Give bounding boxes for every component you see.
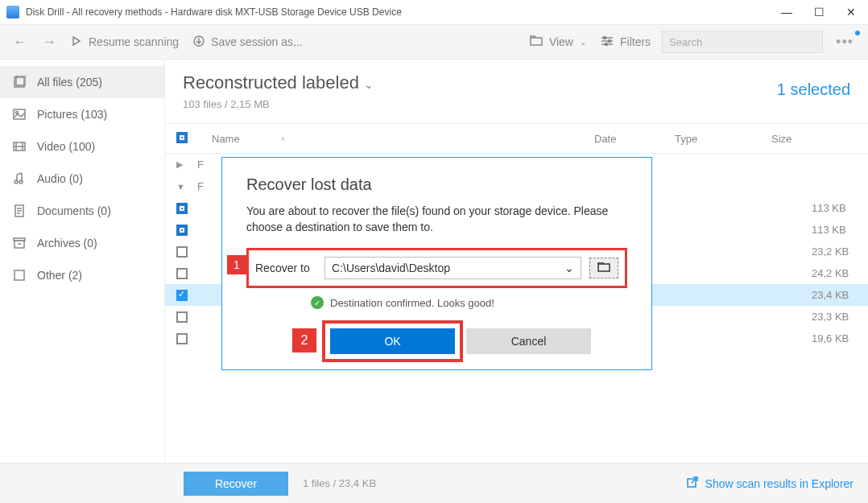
annotation-box-2: 2 OK <box>322 320 463 362</box>
sliders-icon <box>601 35 614 49</box>
sort-asc-icon: ∧ <box>280 134 286 142</box>
search-input[interactable]: Search <box>662 31 823 53</box>
recover-dialog: Recover lost data You are about to recov… <box>221 157 652 370</box>
maximize-button[interactable]: ☐ <box>808 2 829 23</box>
close-button[interactable]: ✕ <box>841 2 862 23</box>
audio-icon <box>13 172 26 185</box>
sidebar-item-video[interactable]: Video (100) <box>0 130 164 163</box>
annotation-1: 1 <box>227 255 246 274</box>
download-icon <box>193 35 205 49</box>
recover-to-label: Recover to <box>255 262 316 274</box>
sidebar-item-archives[interactable]: Archives (0) <box>0 227 164 259</box>
toolbar: ← → Resume scanning Save session as... V… <box>0 24 868 60</box>
col-type[interactable]: Type <box>675 133 771 145</box>
table-header: Name∧ Date Type Size <box>165 123 868 154</box>
more-menu[interactable]: ••• <box>831 31 858 54</box>
svg-rect-1 <box>531 38 542 45</box>
view-subtitle: 103 files / 2,15 MB <box>183 98 850 110</box>
sidebar-item-pictures[interactable]: Pictures (103) <box>0 98 164 130</box>
nav-back[interactable]: ← <box>10 31 31 54</box>
view-title[interactable]: Reconstructed labeled⌄ <box>183 72 850 93</box>
row-checkbox[interactable] <box>176 311 188 323</box>
select-all-checkbox[interactable] <box>176 132 188 143</box>
titlebar: Disk Drill - All recovery methods - Hard… <box>0 0 868 24</box>
view-menu[interactable]: View ⌄ <box>527 32 589 52</box>
svg-rect-15 <box>14 270 24 280</box>
col-name[interactable]: Name∧ <box>212 133 594 145</box>
show-in-explorer-link[interactable]: Show scan results in Explorer <box>686 476 854 491</box>
ok-button[interactable]: OK <box>330 328 455 354</box>
minimize-button[interactable]: — <box>776 2 797 23</box>
sidebar-item-other[interactable]: Other (2) <box>0 259 164 291</box>
svg-point-11 <box>19 180 23 183</box>
sidebar-item-audio[interactable]: Audio (0) <box>0 163 164 195</box>
col-date[interactable]: Date <box>594 133 675 145</box>
video-icon <box>13 140 26 153</box>
archive-icon <box>13 237 26 249</box>
sidebar-item-all-files[interactable]: All files (205) <box>0 66 164 98</box>
check-icon: ✓ <box>311 296 324 309</box>
chevron-down-icon: ⌄ <box>364 78 374 91</box>
svg-point-3 <box>608 39 610 42</box>
footer-info: 1 files / 23,4 KB <box>303 477 376 489</box>
save-session[interactable]: Save session as... <box>190 32 306 52</box>
filters-menu[interactable]: Filters <box>597 32 654 52</box>
svg-rect-17 <box>598 264 610 271</box>
footer: Recover 1 files / 23,4 KB Show scan resu… <box>0 463 868 503</box>
destination-select[interactable]: C:\Users\david\Desktop ⌄ <box>324 257 581 279</box>
dialog-title: Recover lost data <box>246 175 627 194</box>
sidebar: All files (205) Pictures (103) Video (10… <box>0 60 165 463</box>
recover-button[interactable]: Recover <box>184 472 288 496</box>
svg-point-10 <box>14 180 18 183</box>
cancel-button[interactable]: Cancel <box>466 328 591 354</box>
nav-forward[interactable]: → <box>39 31 60 54</box>
picture-icon <box>13 108 26 121</box>
svg-point-8 <box>16 112 19 114</box>
annotation-box-1: 1 Recover to C:\Users\david\Desktop ⌄ <box>246 248 627 288</box>
folder-icon <box>530 35 543 49</box>
files-icon <box>13 76 26 89</box>
app-icon <box>6 6 19 19</box>
svg-point-4 <box>605 43 607 45</box>
folder-icon <box>597 262 610 274</box>
row-checkbox[interactable] <box>176 268 188 279</box>
row-checkbox[interactable] <box>176 246 188 258</box>
collapse-icon[interactable]: ▼ <box>176 182 186 192</box>
document-icon <box>13 204 26 217</box>
other-icon <box>13 269 26 282</box>
sidebar-item-documents[interactable]: Documents (0) <box>0 195 164 227</box>
destination-confirmed: ✓ Destination confirmed. Looks good! <box>311 296 627 309</box>
svg-point-2 <box>603 36 606 39</box>
svg-rect-14 <box>14 238 25 241</box>
col-size[interactable]: Size <box>771 133 868 145</box>
row-checkbox[interactable] <box>176 203 188 214</box>
browse-button[interactable] <box>589 258 618 278</box>
chevron-down-icon: ⌄ <box>580 38 586 47</box>
dialog-text: You are about to recover the file(s) fou… <box>246 204 627 235</box>
row-checkbox[interactable] <box>176 290 188 301</box>
window-title: Disk Drill - All recovery methods - Hard… <box>26 6 402 18</box>
chevron-down-icon: ⌄ <box>564 262 574 274</box>
external-link-icon <box>686 476 699 491</box>
expand-icon[interactable]: ▶ <box>176 159 186 170</box>
play-icon <box>71 35 82 49</box>
row-checkbox[interactable] <box>176 333 188 344</box>
resume-scanning[interactable]: Resume scanning <box>68 32 182 52</box>
annotation-2: 2 <box>292 328 316 353</box>
row-checkbox[interactable] <box>176 225 188 236</box>
selection-count: 1 selected <box>777 80 850 99</box>
